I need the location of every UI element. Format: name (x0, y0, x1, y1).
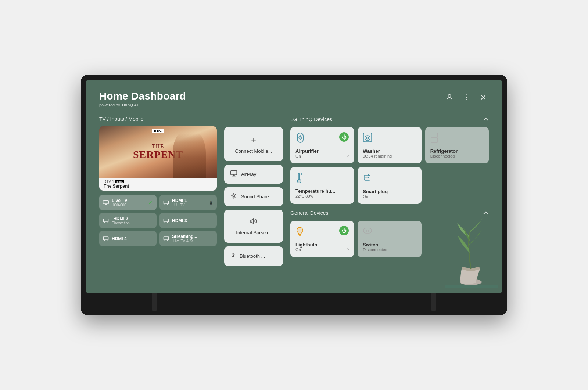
input-live-tv[interactable]: Live TV 000-000 ✓ (99, 195, 157, 210)
active-check-icon: ✓ (148, 199, 153, 206)
lightbulb-card-bottom: Lightbulb On › (295, 242, 349, 252)
switch-card-top (363, 226, 416, 238)
smartplug-icon (363, 172, 372, 185)
smartplug-status: On (363, 194, 388, 199)
refrigerator-name: Refrigerator (430, 148, 458, 154)
input-streaming[interactable]: Streaming... Live TV & St... (159, 231, 217, 246)
plus-icon: ＋ (250, 134, 258, 145)
tv-preview-card[interactable]: BBC THE SERPENT DTV 1 BBC (99, 126, 217, 191)
thinq-devices-section: LG ThinQ Devices (290, 116, 489, 204)
lightbulb-name: Lightbulb (295, 242, 317, 248)
hdmi2-icon (103, 218, 109, 224)
airplay-card[interactable]: AirPlay (224, 165, 283, 184)
tv-outer: Home Dashboard powered by ThinQ AI (81, 75, 507, 315)
refrigerator-status: Disconnected (430, 154, 458, 158)
page-subtitle: powered by ThinQ AI (99, 103, 186, 107)
svg-point-31 (299, 136, 302, 139)
connect-mobile-card[interactable]: ＋ Connect Mobile... (224, 127, 283, 161)
live-tv-icon (103, 200, 109, 206)
svg-point-25 (233, 195, 235, 197)
smartplug-name: Smart plug (363, 189, 388, 194)
svg-rect-12 (103, 219, 108, 222)
svg-rect-38 (431, 133, 438, 137)
stand-leg-left (152, 293, 157, 311)
smartplug-card-top (363, 172, 416, 185)
switch-name: Switch (363, 242, 387, 248)
top-icons (444, 90, 489, 105)
close-button[interactable] (478, 92, 489, 105)
top-bar: Home Dashboard powered by ThinQ AI (99, 90, 489, 107)
svg-rect-21 (164, 237, 168, 240)
title-block: Home Dashboard powered by ThinQ AI (99, 90, 186, 107)
washer-card[interactable]: Washer 00:34 remaining (358, 127, 421, 163)
lightbulb-status: On (295, 248, 317, 252)
svg-point-0 (448, 95, 451, 97)
internal-speaker-icon (250, 217, 258, 227)
tv-preview-info: DTV 1 BBC The Serpent (99, 178, 217, 191)
input-hdmi4[interactable]: HDMI 4 (99, 231, 157, 246)
hdmi1-icon (163, 200, 169, 206)
bluetooth-label: Bluetooth ... (240, 253, 265, 259)
channel-info: DTV 1 BBC (104, 180, 212, 184)
internal-speaker-label: Internal Speaker (236, 230, 271, 235)
bbc-logo: BBC (115, 180, 124, 183)
airplay-icon (230, 170, 237, 178)
tv-screen: Home Dashboard powered by ThinQ AI (86, 80, 502, 293)
thinq-devices-grid: ⏻ Airpurifier On › (290, 127, 489, 204)
menu-button[interactable] (461, 92, 472, 105)
svg-point-52 (368, 177, 369, 178)
airpurifier-card-top: ⏻ (295, 132, 349, 145)
general-section-label: General Devices (290, 210, 329, 216)
tv-stand (86, 293, 502, 315)
svg-point-36 (366, 137, 369, 139)
thinq-section-header: LG ThinQ Devices (290, 116, 489, 123)
decorative-plant (443, 198, 498, 293)
bluetooth-card[interactable]: Bluetooth ... (224, 246, 283, 266)
switch-status: Disconnected (363, 248, 387, 252)
hdmi4-text: HDMI 4 (112, 236, 127, 241)
hdmi4-icon (103, 236, 109, 242)
sound-share-card[interactable]: Sound Share (224, 187, 283, 206)
sound-share-label: Sound Share (241, 194, 269, 199)
svg-point-26 (232, 194, 236, 198)
svg-rect-18 (103, 237, 108, 240)
airpurifier-card[interactable]: ⏻ Airpurifier On › (290, 127, 354, 163)
airplay-label: AirPlay (241, 171, 256, 177)
temperature-card-top (295, 172, 349, 185)
temperature-card[interactable]: Temperature hu... 22℃ 80% (290, 167, 354, 204)
bbc-badge: BBC (152, 129, 164, 133)
svg-rect-9 (164, 201, 168, 204)
refrigerator-icon (430, 132, 438, 145)
streaming-icon (163, 236, 169, 242)
connect-mobile-label: Connect Mobile... (235, 148, 272, 154)
thinq-section-label: LG ThinQ Devices (290, 116, 332, 122)
thinq-collapse-button[interactable] (483, 116, 489, 123)
hdmi2-text: HDMI 2 Playstation (112, 216, 130, 225)
internal-speaker-card[interactable]: Internal Speaker (224, 210, 283, 243)
smartplug-card[interactable]: Smart plug On (358, 167, 421, 204)
washer-status: 00:34 remaining (363, 154, 392, 158)
input-hdmi1[interactable]: HDMI 1 U+ TV 📱 (159, 195, 217, 210)
refrigerator-card-bottom: Refrigerator Disconnected (430, 148, 484, 158)
input-hdmi2[interactable]: HDMI 2 Playstation (99, 213, 157, 228)
airpurifier-power-button[interactable]: ⏻ (339, 132, 349, 142)
middle-column: ＋ Connect Mobile... AirPlay (224, 116, 283, 266)
page-title: Home Dashboard (99, 90, 186, 102)
svg-rect-39 (431, 138, 438, 142)
lightbulb-power-button[interactable]: ⏻ (339, 226, 349, 235)
refrigerator-card[interactable]: Refrigerator Disconnected (425, 127, 489, 163)
input-grid: Live TV 000-000 ✓ (99, 195, 217, 246)
svg-marker-29 (250, 219, 253, 224)
refrigerator-card-top (430, 132, 484, 145)
switch-card-bottom: Switch Disconnected (363, 242, 416, 252)
hdmi3-text: HDMI 3 (172, 218, 187, 223)
show-name: The Serpent (104, 184, 212, 189)
stand-leg-right (431, 293, 436, 311)
profile-button[interactable] (444, 92, 455, 105)
svg-rect-37 (365, 134, 366, 134)
dashboard: Home Dashboard powered by ThinQ AI (86, 80, 502, 293)
lightbulb-card[interactable]: ⏻ Lightbulb On › (290, 221, 354, 257)
input-hdmi3[interactable]: HDMI 3 (159, 213, 217, 228)
svg-point-3 (466, 99, 467, 100)
switch-card[interactable]: Switch Disconnected (358, 221, 421, 257)
